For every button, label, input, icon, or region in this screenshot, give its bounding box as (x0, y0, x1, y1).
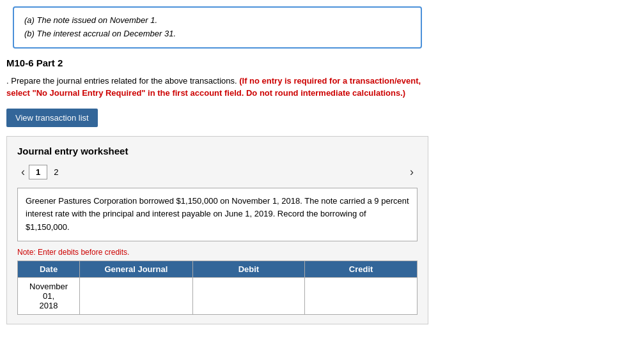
scenario-text: Greener Pastures Corporation borrowed $1… (26, 196, 409, 232)
scenario-box: Greener Pastures Corporation borrowed $1… (17, 188, 418, 241)
tab-navigation: ‹ 1 2 › (17, 164, 418, 180)
col-header-credit: Credit (305, 261, 418, 277)
instructions: . Prepare the journal entries related fo… (6, 75, 422, 100)
tab-1[interactable]: 1 (29, 165, 47, 179)
tab-next-arrow[interactable]: › (406, 164, 418, 180)
credit-cell[interactable] (305, 277, 418, 314)
tab-2[interactable]: 2 (47, 165, 65, 179)
col-header-debit: Debit (192, 261, 304, 277)
journal-table: Date General Journal Debit Credit Novemb… (17, 261, 418, 315)
table-row: November 01, 2018 (18, 277, 418, 314)
instruction-line1: (a) The note issued on November 1. (24, 14, 410, 27)
section-title: M10-6 Part 2 (6, 57, 422, 68)
instruction-prefix: . Prepare the journal entries related fo… (6, 76, 239, 86)
view-transactions-button[interactable]: View transaction list (6, 109, 98, 127)
instruction-line2: (b) The interest accrual on December 31. (24, 27, 410, 41)
journal-entry-worksheet: Journal entry worksheet ‹ 1 2 › Greener … (6, 136, 428, 324)
col-header-date: Date (18, 261, 80, 277)
date-cell: November 01, 2018 (18, 277, 80, 314)
tab-prev-arrow[interactable]: ‹ (17, 164, 29, 180)
note-text: Note: Enter debits before credits. (17, 248, 418, 257)
debit-input[interactable] (198, 291, 299, 301)
general-journal-input[interactable] (85, 291, 187, 301)
worksheet-title: Journal entry worksheet (17, 146, 418, 156)
col-header-general-journal: General Journal (80, 261, 193, 277)
debit-cell[interactable] (192, 277, 304, 314)
instruction-box: (a) The note issued on November 1. (b) T… (13, 6, 422, 49)
general-journal-cell[interactable] (80, 277, 193, 314)
credit-input[interactable] (310, 291, 412, 301)
